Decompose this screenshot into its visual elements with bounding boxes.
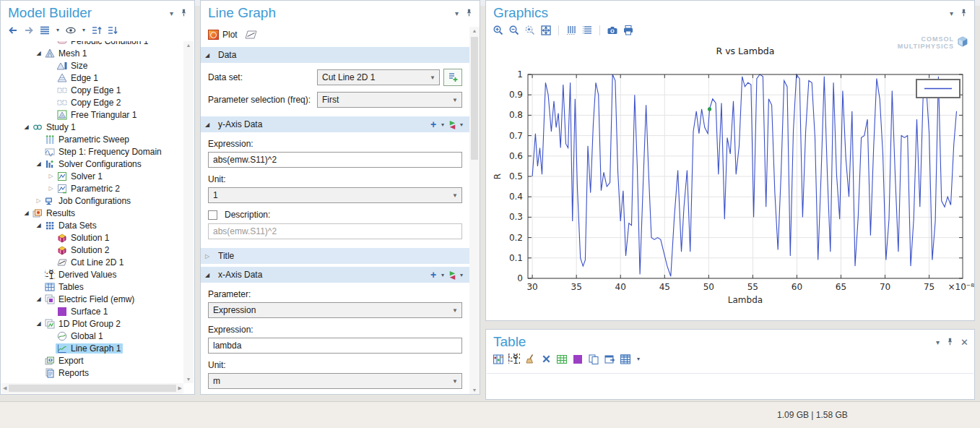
tree-horizontal-scrollbar[interactable]: ◀▶ bbox=[1, 383, 183, 393]
tree-item-body[interactable]: Solution 2 bbox=[56, 245, 111, 255]
x-unit-dropdown[interactable]: m ▼ bbox=[208, 373, 462, 389]
tree-item-electric-field-emw-[interactable]: ◢Electric Field (emw) bbox=[1, 293, 183, 305]
chevron-down-icon[interactable]: ▾ bbox=[458, 121, 465, 128]
section-header-data[interactable]: ◢ Data bbox=[201, 47, 469, 63]
move-down-button[interactable] bbox=[106, 24, 119, 36]
collapse-triangle-icon[interactable]: ◢ bbox=[205, 52, 218, 59]
image-snapshot-button[interactable] bbox=[606, 24, 619, 36]
pin-icon[interactable] bbox=[464, 8, 474, 19]
plot-button[interactable]: Plot bbox=[208, 30, 238, 40]
dataset-dropdown[interactable]: Cut Line 2D 1 ▼ bbox=[317, 69, 440, 85]
pin-icon[interactable] bbox=[945, 337, 955, 348]
close-icon[interactable]: ✕ bbox=[961, 337, 968, 348]
tree-item-body[interactable]: Edge 1 bbox=[56, 73, 100, 83]
zoom-in-button[interactable] bbox=[492, 24, 505, 36]
tree-item-parametric-sweep[interactable]: Parametric Sweep bbox=[1, 133, 183, 145]
expand-toggle-icon[interactable]: ◢ bbox=[34, 50, 43, 56]
tree-item-body[interactable]: Surface 1 bbox=[56, 307, 110, 317]
collapse-triangle-icon[interactable]: ◢ bbox=[205, 272, 218, 278]
collapse-triangle-icon[interactable]: ◢ bbox=[205, 121, 218, 128]
tree-item-body[interactable]: Periodic Condition 1 bbox=[56, 41, 150, 46]
pin-icon[interactable] bbox=[179, 8, 188, 19]
copy-table-button[interactable] bbox=[587, 353, 600, 365]
tree-item-cut-line-2d-1[interactable]: Cut Line 2D 1 bbox=[1, 256, 183, 268]
print-button[interactable] bbox=[622, 24, 635, 36]
chevron-down-icon[interactable]: ▾ bbox=[80, 27, 87, 33]
model-tree-nodes-button[interactable] bbox=[38, 24, 51, 36]
clear-table-button[interactable] bbox=[524, 353, 537, 365]
surface-color-button[interactable] bbox=[571, 353, 584, 365]
tree-item-results[interactable]: ◢Results bbox=[1, 207, 183, 219]
add-expression-button[interactable]: + bbox=[428, 269, 439, 281]
tree-item-body[interactable]: Free Triangular 1 bbox=[56, 110, 139, 120]
tree-item-body[interactable]: Parametric 2 bbox=[56, 184, 122, 194]
tree-item-body[interactable]: Global 1 bbox=[56, 331, 105, 341]
tree-item-solver-configurations[interactable]: ◢Solver Configurations bbox=[1, 158, 183, 170]
tree-item-copy-edge-2[interactable]: Copy Edge 2 bbox=[1, 96, 183, 108]
tree-item-body[interactable]: Study 1 bbox=[31, 122, 78, 132]
tree-item-step-1-frequency-domain[interactable]: Step 1: Frequency Domain bbox=[1, 145, 183, 158]
chevron-down-icon[interactable]: ▾ bbox=[439, 121, 446, 128]
expand-toggle-icon[interactable]: ◢ bbox=[22, 124, 31, 130]
tree-vertical-scrollbar[interactable]: ▲▼ bbox=[183, 41, 194, 383]
expand-toggle-icon[interactable]: ◢ bbox=[34, 160, 43, 167]
display-table-button[interactable] bbox=[619, 353, 632, 365]
tree-item-size[interactable]: Size bbox=[1, 59, 183, 72]
section-header-x-axis-data[interactable]: ◢ x-Axis Data + ▾ ▾ bbox=[201, 267, 469, 283]
tree-item-export[interactable]: Export bbox=[1, 354, 183, 367]
tree-item-tables[interactable]: Tables bbox=[1, 281, 183, 293]
tree-item-body[interactable]: Mesh 1 bbox=[43, 48, 89, 59]
zoom-extents-button[interactable] bbox=[539, 24, 552, 36]
expand-toggle-icon[interactable]: ▷ bbox=[46, 173, 56, 179]
tree-item-solver-1[interactable]: ▷Solver 1 bbox=[1, 170, 183, 182]
table-settings-button[interactable] bbox=[492, 353, 505, 365]
edit-dataset-button[interactable] bbox=[443, 69, 462, 86]
move-up-button[interactable] bbox=[90, 24, 103, 36]
tree-item-body[interactable]: Solver 1 bbox=[56, 171, 105, 181]
add-expression-button[interactable]: + bbox=[428, 119, 439, 130]
panel-menu-icon[interactable]: ▾ bbox=[950, 9, 953, 17]
expand-toggle-icon[interactable]: ◢ bbox=[34, 320, 43, 327]
tree-item-edge-1[interactable]: Edge 1 bbox=[1, 72, 183, 84]
expand-toggle-icon[interactable]: ◢ bbox=[34, 222, 43, 228]
tree-item-periodic-condition-1[interactable]: Periodic Condition 1 bbox=[1, 41, 183, 47]
tree-item-body[interactable]: 1D Plot Group 2 bbox=[43, 319, 123, 329]
zoom-box-button[interactable] bbox=[524, 24, 537, 36]
tree-item-mesh-1[interactable]: ◢Mesh 1 bbox=[1, 47, 183, 59]
tree-item-body[interactable]: 8.85e-12Derived Values bbox=[43, 270, 118, 280]
expand-toggle-icon[interactable]: ◢ bbox=[22, 210, 31, 216]
chevron-down-icon[interactable]: ▾ bbox=[54, 27, 61, 33]
tree-item-job-configurations[interactable]: ▷Job Configurations bbox=[1, 194, 183, 207]
y-grid-lines-button[interactable] bbox=[581, 24, 594, 36]
chevron-down-icon[interactable]: ▾ bbox=[439, 272, 446, 278]
panel-menu-icon[interactable]: ▾ bbox=[455, 9, 459, 17]
tree-item-solution-2[interactable]: Solution 2 bbox=[1, 244, 183, 256]
delete-button[interactable] bbox=[539, 353, 552, 365]
back-button[interactable] bbox=[6, 24, 19, 36]
expand-toggle-icon[interactable]: ▷ bbox=[46, 185, 56, 192]
tree-item-body[interactable]: Solver Configurations bbox=[43, 159, 144, 169]
plot-expression-button[interactable] bbox=[446, 269, 458, 281]
tree-item-surface-1[interactable]: Surface 1 bbox=[1, 305, 183, 317]
x-expression-input[interactable] bbox=[208, 338, 462, 354]
plot-canvas[interactable]: 3035404550556065707500.10.20.30.40.50.60… bbox=[486, 43, 975, 309]
tree-item-body[interactable]: Job Configurations bbox=[43, 196, 133, 206]
y-expression-input[interactable] bbox=[208, 152, 462, 168]
settings-scrollbar[interactable]: ▲ ▼ bbox=[469, 27, 480, 394]
expand-toggle-icon[interactable]: ◢ bbox=[34, 296, 43, 302]
forward-button[interactable] bbox=[22, 24, 35, 36]
tree-item-body[interactable]: Solution 1 bbox=[56, 233, 111, 243]
tree-item-body[interactable]: Electric Field (emw) bbox=[43, 294, 136, 304]
y-unit-dropdown[interactable]: 1 ▼ bbox=[208, 187, 462, 203]
y-description-checkbox[interactable] bbox=[208, 210, 217, 220]
panel-menu-icon[interactable]: ▾ bbox=[936, 338, 940, 346]
plot-expression-button[interactable] bbox=[446, 119, 458, 130]
expand-toggle-icon[interactable]: ▷ bbox=[34, 197, 43, 204]
tree-item-line-graph-1[interactable]: Line Graph 1 bbox=[1, 342, 183, 354]
tree-item-global-1[interactable]: Global 1 bbox=[1, 330, 183, 342]
expand-triangle-icon[interactable]: ▷ bbox=[205, 253, 218, 260]
tree-item-body[interactable]: Tables bbox=[43, 282, 86, 292]
x-parameter-dropdown[interactable]: Expression ▼ bbox=[208, 302, 462, 318]
chevron-down-icon[interactable]: ▾ bbox=[458, 272, 465, 278]
tree-item-body[interactable]: Reports bbox=[43, 368, 91, 378]
